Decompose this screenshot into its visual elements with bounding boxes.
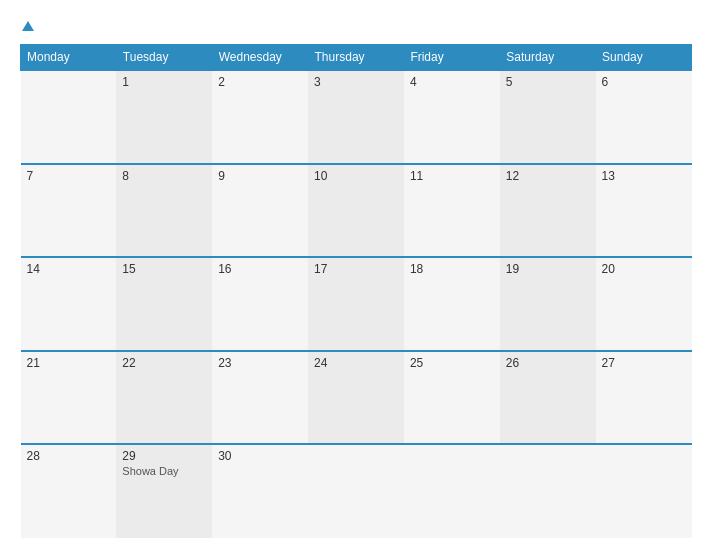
- calendar-week-row: 21222324252627: [21, 351, 692, 445]
- calendar-cell: 28: [21, 444, 117, 538]
- calendar-week-row: 14151617181920: [21, 257, 692, 351]
- holiday-label: Showa Day: [122, 465, 206, 477]
- day-number: 11: [410, 169, 423, 183]
- calendar-cell: 20: [596, 257, 692, 351]
- logo-text: [20, 18, 34, 34]
- calendar-cell: 13: [596, 164, 692, 258]
- calendar-week-row: 78910111213: [21, 164, 692, 258]
- calendar-cell: 12: [500, 164, 596, 258]
- calendar-cell: 23: [212, 351, 308, 445]
- calendar-cell: [308, 444, 404, 538]
- calendar-cell: 24: [308, 351, 404, 445]
- calendar-cell: 26: [500, 351, 596, 445]
- calendar-week-row: 2829Showa Day30: [21, 444, 692, 538]
- calendar-cell: 16: [212, 257, 308, 351]
- day-number: 6: [602, 75, 609, 89]
- day-number: 10: [314, 169, 327, 183]
- day-number: 25: [410, 356, 423, 370]
- logo-triangle-icon: [22, 21, 34, 31]
- calendar-cell: 18: [404, 257, 500, 351]
- calendar-cell: 4: [404, 70, 500, 164]
- day-number: 18: [410, 262, 423, 276]
- calendar-page: MondayTuesdayWednesdayThursdayFridaySatu…: [0, 0, 712, 550]
- day-number: 26: [506, 356, 519, 370]
- calendar-day-header: Thursday: [308, 45, 404, 71]
- day-number: 27: [602, 356, 615, 370]
- day-number: 1: [122, 75, 129, 89]
- calendar-day-header: Saturday: [500, 45, 596, 71]
- day-number: 2: [218, 75, 225, 89]
- calendar-cell: 29Showa Day: [116, 444, 212, 538]
- day-number: 4: [410, 75, 417, 89]
- calendar-cell: 9: [212, 164, 308, 258]
- day-number: 21: [27, 356, 40, 370]
- calendar-cell: 14: [21, 257, 117, 351]
- day-number: 19: [506, 262, 519, 276]
- calendar-cell: [596, 444, 692, 538]
- calendar-cell: 17: [308, 257, 404, 351]
- header: [20, 18, 692, 34]
- calendar-cell: [404, 444, 500, 538]
- calendar-cell: 7: [21, 164, 117, 258]
- calendar-day-header: Friday: [404, 45, 500, 71]
- day-number: 23: [218, 356, 231, 370]
- calendar-cell: 10: [308, 164, 404, 258]
- calendar-cell: [500, 444, 596, 538]
- day-number: 12: [506, 169, 519, 183]
- day-number: 9: [218, 169, 225, 183]
- calendar-header-row: MondayTuesdayWednesdayThursdayFridaySatu…: [21, 45, 692, 71]
- day-number: 29: [122, 449, 135, 463]
- calendar-cell: [21, 70, 117, 164]
- calendar-cell: 22: [116, 351, 212, 445]
- calendar-cell: 27: [596, 351, 692, 445]
- calendar-day-header: Monday: [21, 45, 117, 71]
- day-number: 7: [27, 169, 34, 183]
- calendar-cell: 25: [404, 351, 500, 445]
- calendar: MondayTuesdayWednesdayThursdayFridaySatu…: [20, 44, 692, 538]
- calendar-cell: 21: [21, 351, 117, 445]
- day-number: 15: [122, 262, 135, 276]
- calendar-day-header: Sunday: [596, 45, 692, 71]
- calendar-cell: 1: [116, 70, 212, 164]
- day-number: 13: [602, 169, 615, 183]
- calendar-cell: 5: [500, 70, 596, 164]
- day-number: 3: [314, 75, 321, 89]
- calendar-cell: 8: [116, 164, 212, 258]
- day-number: 24: [314, 356, 327, 370]
- day-number: 17: [314, 262, 327, 276]
- day-number: 20: [602, 262, 615, 276]
- day-number: 5: [506, 75, 513, 89]
- day-number: 30: [218, 449, 231, 463]
- day-number: 28: [27, 449, 40, 463]
- calendar-cell: 30: [212, 444, 308, 538]
- day-number: 8: [122, 169, 129, 183]
- day-number: 14: [27, 262, 40, 276]
- calendar-week-row: 123456: [21, 70, 692, 164]
- calendar-cell: 11: [404, 164, 500, 258]
- calendar-cell: 2: [212, 70, 308, 164]
- calendar-cell: 3: [308, 70, 404, 164]
- logo: [20, 18, 34, 34]
- calendar-day-header: Wednesday: [212, 45, 308, 71]
- day-number: 16: [218, 262, 231, 276]
- calendar-cell: 15: [116, 257, 212, 351]
- calendar-day-header: Tuesday: [116, 45, 212, 71]
- calendar-cell: 6: [596, 70, 692, 164]
- day-number: 22: [122, 356, 135, 370]
- calendar-cell: 19: [500, 257, 596, 351]
- calendar-table: MondayTuesdayWednesdayThursdayFridaySatu…: [20, 44, 692, 538]
